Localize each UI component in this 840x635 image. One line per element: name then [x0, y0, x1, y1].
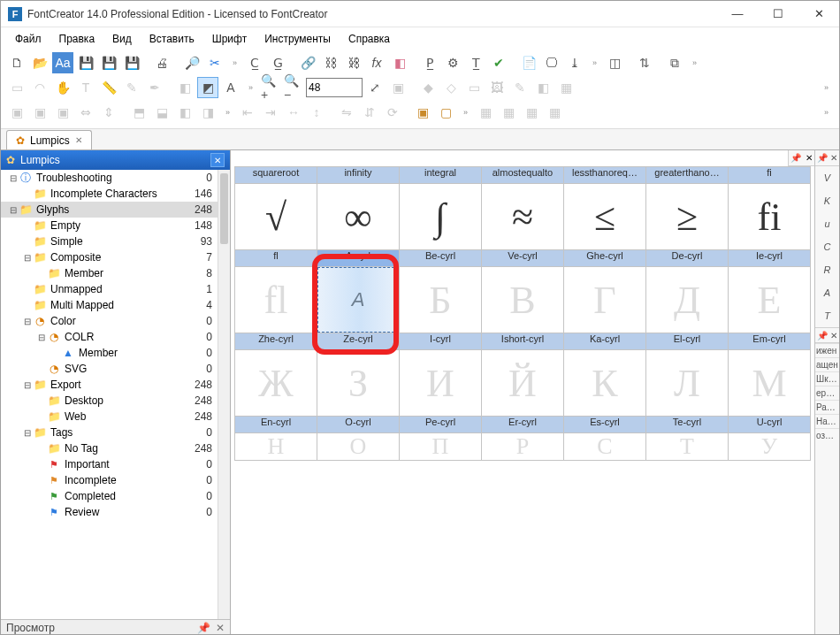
- align-r-icon[interactable]: ▣: [52, 102, 73, 123]
- char-g-icon[interactable]: G̲: [267, 52, 288, 73]
- maximize-button[interactable]: ☐: [758, 1, 798, 27]
- tree-row[interactable]: ⊟📁Tags0: [1, 425, 218, 440]
- zoom-sel-icon[interactable]: ▣: [387, 77, 409, 98]
- pin-icon[interactable]: 📌: [790, 153, 801, 163]
- unlink-icon[interactable]: ⛓: [320, 52, 341, 73]
- menu-tools[interactable]: Инструменты: [257, 31, 338, 47]
- glyph-cell[interactable]: М: [729, 350, 810, 416]
- flip-v-icon[interactable]: ⇵: [359, 102, 380, 123]
- minimize-button[interactable]: —: [717, 1, 758, 27]
- tree-row[interactable]: 📁Unmapped1: [1, 281, 218, 297]
- glyph-cell[interactable]: П: [400, 433, 481, 460]
- pin-icon[interactable]: 📌: [817, 331, 828, 340]
- glyph-cell[interactable]: Р: [482, 433, 563, 460]
- tree-row[interactable]: ◔SVG0: [1, 361, 218, 377]
- right-strip-word[interactable]: Разме: [815, 400, 839, 414]
- glyph-cell[interactable]: Т: [646, 433, 728, 460]
- cut-icon[interactable]: ✂: [204, 52, 225, 73]
- toolbar-overflow-6-icon[interactable]: »: [220, 108, 235, 117]
- tree-row[interactable]: ▲Member0: [1, 345, 218, 361]
- union-icon[interactable]: ⬒: [128, 102, 149, 123]
- tree-row[interactable]: 📁Desktop248: [1, 393, 218, 409]
- zoom-fit-icon[interactable]: ⤢: [364, 77, 386, 98]
- grid-2-icon[interactable]: ▦: [498, 102, 519, 123]
- break-link-icon[interactable]: ⛓̸: [343, 52, 364, 73]
- preview-icon[interactable]: 🖵: [541, 52, 562, 73]
- right-strip-letter[interactable]: K: [815, 189, 839, 212]
- fx-icon[interactable]: fx: [366, 52, 387, 73]
- tree-row[interactable]: ⊟📁Composite7: [1, 249, 218, 265]
- glyph-cell[interactable]: ≤: [564, 184, 645, 249]
- metrics-3-icon[interactable]: ↔: [283, 102, 304, 123]
- toolbar-overflow-7-icon[interactable]: »: [458, 108, 473, 117]
- glyph-cell[interactable]: К: [564, 350, 645, 416]
- glyph-cell[interactable]: ∞: [317, 184, 399, 249]
- toolbar-overflow-3-icon[interactable]: »: [687, 58, 702, 67]
- flip-h-icon[interactable]: ⇋: [336, 102, 357, 123]
- tree-row[interactable]: ⚑Review0: [1, 504, 218, 520]
- glyph-cell[interactable]: И: [400, 350, 481, 416]
- exclude-icon[interactable]: ◨: [197, 102, 218, 123]
- properties-p-icon[interactable]: P̲: [419, 52, 440, 73]
- metrics-1-icon[interactable]: ⇤: [237, 102, 258, 123]
- tree-row[interactable]: 📁Incomplete Characters146: [1, 186, 218, 202]
- link-icon[interactable]: 🔗: [297, 52, 318, 73]
- metrics-2-icon[interactable]: ⇥: [260, 102, 281, 123]
- close-icon[interactable]: ✕: [806, 153, 813, 163]
- script-icon[interactable]: 📄: [518, 52, 539, 73]
- erase-icon[interactable]: ◧: [389, 52, 410, 73]
- close-icon[interactable]: ✕: [75, 135, 82, 145]
- glyph-cell[interactable]: Й: [482, 350, 563, 416]
- zoom-select[interactable]: [306, 78, 363, 97]
- right-strip-word[interactable]: озици: [815, 428, 839, 442]
- intersect-icon[interactable]: ◧: [174, 102, 195, 123]
- scrollbar-thumb[interactable]: [220, 173, 228, 244]
- tree-row[interactable]: ⚑Important0: [1, 456, 218, 472]
- toolbar-overflow-8-icon[interactable]: »: [819, 108, 834, 117]
- zoom-out-icon[interactable]: 🔍−: [283, 77, 304, 98]
- layer-back-icon[interactable]: ▢: [435, 102, 456, 123]
- close-button[interactable]: ✕: [798, 1, 839, 27]
- grid-4-icon[interactable]: ▦: [544, 102, 565, 123]
- layer-front-icon[interactable]: ▣: [412, 102, 433, 123]
- close-icon[interactable]: ✕: [830, 153, 837, 163]
- paint-icon[interactable]: ◧: [532, 77, 554, 98]
- menu-font[interactable]: Шрифт: [205, 31, 254, 47]
- knife-icon[interactable]: ✎: [121, 77, 142, 98]
- shape-1-icon[interactable]: ◆: [417, 77, 439, 98]
- dist-v-icon[interactable]: ⇕: [98, 102, 119, 123]
- glyph-cell[interactable]: √: [235, 184, 317, 249]
- right-strip-letter[interactable]: u: [815, 212, 839, 235]
- tree-row[interactable]: ⊟📁Glyphs248: [1, 202, 218, 218]
- lasso-icon[interactable]: ◠: [29, 77, 50, 98]
- right-strip-word[interactable]: еркал: [815, 386, 839, 400]
- tree-row[interactable]: ⚑Completed0: [1, 488, 218, 504]
- font-aa-icon[interactable]: Aa: [52, 52, 73, 73]
- right-strip-word[interactable]: Накло: [815, 414, 839, 428]
- find-icon[interactable]: 🔎: [181, 52, 202, 73]
- menu-edit[interactable]: Правка: [52, 31, 103, 47]
- pen-icon[interactable]: ✒: [144, 77, 165, 98]
- glyph-cell[interactable]: ∫: [400, 184, 481, 249]
- saveall-icon[interactable]: 💾: [98, 52, 119, 73]
- tree-row[interactable]: 📁Empty148: [1, 218, 218, 233]
- panel-close-icon[interactable]: ✕: [210, 153, 225, 167]
- glyph-cell[interactable]: З: [317, 350, 399, 416]
- glyph-cell[interactable]: Б: [400, 267, 481, 333]
- right-strip-letter[interactable]: T: [815, 304, 839, 327]
- right-strip-letter[interactable]: A: [815, 281, 839, 304]
- panel-close-icon[interactable]: ✕: [216, 622, 225, 634]
- close-icon[interactable]: ✕: [830, 331, 837, 340]
- tree-row[interactable]: ⊟📁Export248: [1, 377, 218, 393]
- glyph-cell[interactable]: Н: [235, 433, 317, 460]
- text-tool-icon[interactable]: T: [75, 77, 96, 98]
- sort-icon[interactable]: ⇅: [634, 52, 655, 73]
- window-new-icon[interactable]: ◫: [604, 52, 625, 73]
- fill-mode-icon[interactable]: ◩: [197, 77, 218, 98]
- text-t-icon[interactable]: T̲: [465, 52, 486, 73]
- image-icon[interactable]: 🖼: [486, 77, 508, 98]
- doc-tab-lumpics[interactable]: ✿ Lumpics ✕: [6, 130, 92, 149]
- menu-view[interactable]: Вид: [105, 31, 139, 47]
- align-l-icon[interactable]: ▣: [6, 102, 27, 123]
- grid-3-icon[interactable]: ▦: [521, 102, 542, 123]
